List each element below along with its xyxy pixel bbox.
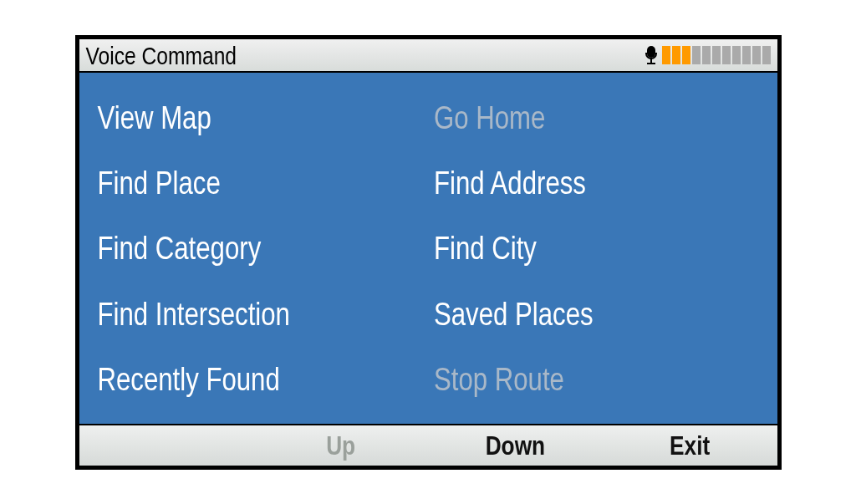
cmd-find-category[interactable]: Find Category — [98, 215, 426, 280]
mic-bar — [712, 46, 721, 64]
microphone-icon — [645, 46, 657, 64]
cmd-find-address[interactable]: Find Address — [434, 150, 762, 215]
mic-bar — [662, 46, 670, 64]
command-grid: View Map Go Home Find Place Find Address… — [79, 73, 777, 424]
top-bar: Voice Command — [79, 39, 777, 73]
cmd-go-home[interactable]: Go Home — [434, 84, 762, 150]
mic-bar — [752, 46, 761, 64]
cmd-find-city[interactable]: Find City — [434, 215, 762, 280]
cmd-find-place[interactable]: Find Place — [98, 150, 426, 215]
mic-bar — [762, 46, 771, 64]
cmd-view-map[interactable]: View Map — [98, 84, 426, 150]
mic-level-area — [645, 46, 771, 64]
cmd-stop-route[interactable]: Stop Route — [434, 346, 762, 411]
mic-bar — [742, 46, 751, 64]
mic-bar — [722, 46, 731, 64]
bottom-spacer — [79, 425, 254, 466]
mic-bar — [672, 46, 680, 64]
up-button[interactable]: Up — [253, 425, 428, 466]
screen-title: Voice Command — [86, 41, 237, 69]
cmd-recently-found[interactable]: Recently Found — [98, 346, 426, 411]
bottom-bar: Up Down Exit — [79, 424, 777, 466]
mic-bar — [682, 46, 690, 64]
device-screen: Voice Command Vi — [75, 35, 782, 470]
mic-bar — [702, 46, 711, 64]
mic-bar — [732, 46, 741, 64]
mic-bar — [692, 46, 701, 64]
cmd-saved-places[interactable]: Saved Places — [434, 281, 762, 346]
exit-button[interactable]: Exit — [603, 425, 777, 466]
cmd-find-intersection[interactable]: Find Intersection — [98, 281, 426, 346]
down-button[interactable]: Down — [428, 425, 603, 466]
mic-level-bars — [662, 46, 771, 64]
